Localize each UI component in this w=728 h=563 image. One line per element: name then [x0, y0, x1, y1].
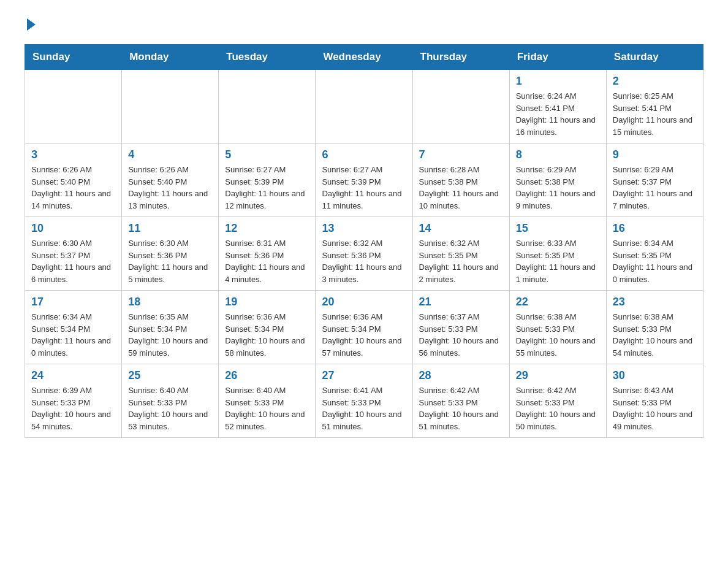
day-info: Sunrise: 6:26 AM Sunset: 5:40 PM Dayligh…: [31, 164, 115, 212]
calendar-cell: 17Sunrise: 6:34 AM Sunset: 5:34 PM Dayli…: [25, 291, 122, 364]
day-info: Sunrise: 6:29 AM Sunset: 5:37 PM Dayligh…: [613, 164, 697, 212]
week-row-3: 10Sunrise: 6:30 AM Sunset: 5:37 PM Dayli…: [25, 217, 703, 291]
day-info: Sunrise: 6:33 AM Sunset: 5:35 PM Dayligh…: [516, 237, 600, 285]
day-info: Sunrise: 6:32 AM Sunset: 5:36 PM Dayligh…: [322, 237, 406, 285]
day-number: 20: [322, 296, 406, 308]
day-info: Sunrise: 6:28 AM Sunset: 5:38 PM Dayligh…: [419, 164, 503, 212]
day-number: 16: [613, 222, 697, 235]
day-info: Sunrise: 6:30 AM Sunset: 5:36 PM Dayligh…: [128, 237, 212, 285]
day-number: 6: [322, 148, 406, 161]
calendar-cell: 8Sunrise: 6:29 AM Sunset: 5:38 PM Daylig…: [509, 144, 606, 217]
day-info: Sunrise: 6:27 AM Sunset: 5:39 PM Dayligh…: [322, 164, 406, 212]
day-info: Sunrise: 6:43 AM Sunset: 5:33 PM Dayligh…: [613, 385, 697, 432]
day-info: Sunrise: 6:26 AM Sunset: 5:40 PM Dayligh…: [128, 164, 212, 212]
day-info: Sunrise: 6:31 AM Sunset: 5:36 PM Dayligh…: [225, 237, 309, 285]
day-number: 23: [613, 296, 697, 308]
week-row-5: 24Sunrise: 6:39 AM Sunset: 5:33 PM Dayli…: [25, 364, 703, 438]
calendar-table: SundayMondayTuesdayWednesdayThursdayFrid…: [25, 44, 703, 438]
day-number: 30: [613, 369, 697, 382]
calendar-cell: 23Sunrise: 6:38 AM Sunset: 5:33 PM Dayli…: [606, 291, 703, 364]
day-number: 29: [516, 369, 600, 382]
day-info: Sunrise: 6:42 AM Sunset: 5:33 PM Dayligh…: [516, 385, 600, 432]
calendar-cell: 25Sunrise: 6:40 AM Sunset: 5:33 PM Dayli…: [122, 364, 219, 438]
day-info: Sunrise: 6:35 AM Sunset: 5:34 PM Dayligh…: [128, 311, 212, 359]
calendar-cell: 16Sunrise: 6:34 AM Sunset: 5:35 PM Dayli…: [606, 217, 703, 291]
calendar-cell: [412, 70, 509, 144]
day-number: 17: [31, 296, 115, 308]
day-number: 11: [128, 222, 212, 235]
calendar-cell: 26Sunrise: 6:40 AM Sunset: 5:33 PM Dayli…: [219, 364, 316, 438]
day-info: Sunrise: 6:25 AM Sunset: 5:41 PM Dayligh…: [613, 90, 697, 138]
calendar-cell: 18Sunrise: 6:35 AM Sunset: 5:34 PM Dayli…: [122, 291, 219, 364]
logo-triangle-icon: [27, 18, 36, 31]
calendar-cell: 12Sunrise: 6:31 AM Sunset: 5:36 PM Dayli…: [219, 217, 316, 291]
day-info: Sunrise: 6:38 AM Sunset: 5:33 PM Dayligh…: [613, 311, 697, 359]
calendar-cell: 4Sunrise: 6:26 AM Sunset: 5:40 PM Daylig…: [122, 144, 219, 217]
calendar-cell: 19Sunrise: 6:36 AM Sunset: 5:34 PM Dayli…: [219, 291, 316, 364]
week-row-4: 17Sunrise: 6:34 AM Sunset: 5:34 PM Dayli…: [25, 291, 703, 364]
day-number: 4: [128, 148, 212, 161]
day-number: 9: [613, 148, 697, 161]
day-number: 22: [516, 296, 600, 308]
weekday-header-wednesday: Wednesday: [316, 45, 412, 70]
day-info: Sunrise: 6:37 AM Sunset: 5:33 PM Dayligh…: [419, 311, 503, 359]
calendar-cell: 6Sunrise: 6:27 AM Sunset: 5:39 PM Daylig…: [316, 144, 412, 217]
day-info: Sunrise: 6:27 AM Sunset: 5:39 PM Dayligh…: [225, 164, 309, 212]
weekday-header-thursday: Thursday: [412, 45, 509, 70]
day-number: 14: [419, 222, 503, 235]
day-number: 21: [419, 296, 503, 308]
calendar-cell: 5Sunrise: 6:27 AM Sunset: 5:39 PM Daylig…: [219, 144, 316, 217]
day-info: Sunrise: 6:32 AM Sunset: 5:35 PM Dayligh…: [419, 237, 503, 285]
day-info: Sunrise: 6:34 AM Sunset: 5:34 PM Dayligh…: [31, 311, 115, 359]
day-number: 28: [419, 369, 503, 382]
day-number: 2: [613, 75, 697, 88]
day-number: 13: [322, 222, 406, 235]
day-number: 12: [225, 222, 309, 235]
day-info: Sunrise: 6:34 AM Sunset: 5:35 PM Dayligh…: [613, 237, 697, 285]
calendar-cell: 22Sunrise: 6:38 AM Sunset: 5:33 PM Dayli…: [509, 291, 606, 364]
calendar-cell: [219, 70, 316, 144]
week-row-1: 1Sunrise: 6:24 AM Sunset: 5:41 PM Daylig…: [25, 70, 703, 144]
calendar-cell: 24Sunrise: 6:39 AM Sunset: 5:33 PM Dayli…: [25, 364, 122, 438]
calendar-cell: [122, 70, 219, 144]
day-number: 27: [322, 369, 406, 382]
calendar-cell: 11Sunrise: 6:30 AM Sunset: 5:36 PM Dayli…: [122, 217, 219, 291]
calendar-cell: 7Sunrise: 6:28 AM Sunset: 5:38 PM Daylig…: [412, 144, 509, 217]
day-number: 10: [31, 222, 115, 235]
calendar-cell: 15Sunrise: 6:33 AM Sunset: 5:35 PM Dayli…: [509, 217, 606, 291]
calendar-cell: 27Sunrise: 6:41 AM Sunset: 5:33 PM Dayli…: [316, 364, 412, 438]
calendar-cell: 13Sunrise: 6:32 AM Sunset: 5:36 PM Dayli…: [316, 217, 412, 291]
logo: [25, 18, 36, 32]
day-info: Sunrise: 6:29 AM Sunset: 5:38 PM Dayligh…: [516, 164, 600, 212]
day-info: Sunrise: 6:40 AM Sunset: 5:33 PM Dayligh…: [128, 385, 212, 432]
day-info: Sunrise: 6:40 AM Sunset: 5:33 PM Dayligh…: [225, 385, 309, 432]
calendar-cell: [25, 70, 122, 144]
calendar-cell: 2Sunrise: 6:25 AM Sunset: 5:41 PM Daylig…: [606, 70, 703, 144]
day-number: 3: [31, 148, 115, 161]
calendar-cell: [316, 70, 412, 144]
weekday-header-row: SundayMondayTuesdayWednesdayThursdayFrid…: [25, 45, 703, 70]
day-info: Sunrise: 6:30 AM Sunset: 5:37 PM Dayligh…: [31, 237, 115, 285]
weekday-header-saturday: Saturday: [606, 45, 703, 70]
day-number: 15: [516, 222, 600, 235]
day-info: Sunrise: 6:42 AM Sunset: 5:33 PM Dayligh…: [419, 385, 503, 432]
calendar-cell: 30Sunrise: 6:43 AM Sunset: 5:33 PM Dayli…: [606, 364, 703, 438]
weekday-header-tuesday: Tuesday: [219, 45, 316, 70]
day-number: 7: [419, 148, 503, 161]
weekday-header-friday: Friday: [509, 45, 606, 70]
calendar-cell: 28Sunrise: 6:42 AM Sunset: 5:33 PM Dayli…: [412, 364, 509, 438]
week-row-2: 3Sunrise: 6:26 AM Sunset: 5:40 PM Daylig…: [25, 144, 703, 217]
calendar-cell: 3Sunrise: 6:26 AM Sunset: 5:40 PM Daylig…: [25, 144, 122, 217]
day-info: Sunrise: 6:39 AM Sunset: 5:33 PM Dayligh…: [31, 385, 115, 432]
calendar-cell: 14Sunrise: 6:32 AM Sunset: 5:35 PM Dayli…: [412, 217, 509, 291]
day-number: 8: [516, 148, 600, 161]
day-number: 18: [128, 296, 212, 308]
day-info: Sunrise: 6:41 AM Sunset: 5:33 PM Dayligh…: [322, 385, 406, 432]
day-number: 26: [225, 369, 309, 382]
day-number: 24: [31, 369, 115, 382]
page-header: [25, 18, 703, 32]
day-info: Sunrise: 6:38 AM Sunset: 5:33 PM Dayligh…: [516, 311, 600, 359]
day-number: 5: [225, 148, 309, 161]
day-number: 1: [516, 75, 600, 88]
day-info: Sunrise: 6:36 AM Sunset: 5:34 PM Dayligh…: [225, 311, 309, 359]
